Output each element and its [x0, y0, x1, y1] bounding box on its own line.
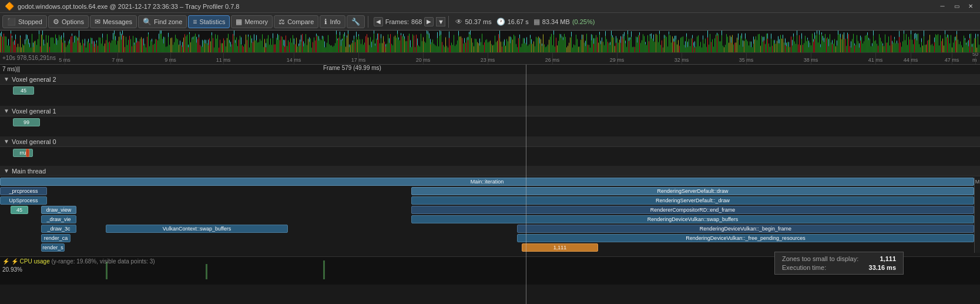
lightning-icon: ⚡ [2, 258, 9, 265]
voxel0-section: ▼ Voxel general 0 rru [0, 136, 980, 159]
m-label: M [975, 179, 980, 185]
info-label: Info [330, 18, 340, 25]
minimize-button[interactable]: ─ [938, 2, 947, 11]
collapse-icon: ▼ [4, 138, 9, 145]
tooltip-exec-row: Execution time: 33.16 ms [782, 264, 896, 271]
memory-pct: (0.25%) [572, 18, 595, 25]
zone-45[interactable]: 45 [11, 206, 28, 214]
stopped-button[interactable]: ⬛ Stopped [2, 15, 47, 28]
memory-value: 83.34 MB [542, 18, 570, 25]
tooltip-exec-value: 33.16 ms [869, 264, 896, 271]
close-button[interactable]: ✕ [966, 2, 975, 11]
voxel1-section: ▼ Voxel general 1 99 [0, 106, 980, 128]
statistics-button[interactable]: ≡ Statistics [188, 15, 230, 28]
cpu-range-text: (y-range: 19.68%, visible data points: 3… [51, 258, 155, 265]
main-thread-label: Main thread [12, 168, 46, 175]
messages-label: Messages [103, 18, 132, 25]
prev-frame-button[interactable]: ◀ [374, 17, 383, 26]
wrench-button[interactable]: 🔧 [347, 15, 365, 28]
options-icon: ⚙ [53, 18, 59, 26]
cpu-label-text: ⚡ CPU usage [11, 258, 50, 265]
memory-stat-icon: ▦ [533, 18, 540, 26]
frame-label: Frame 579 (49.99 ms) [323, 65, 381, 71]
zone-rdvulkan-free[interactable]: RenderingDeviceVulkan::_free_pending_res… [517, 234, 974, 242]
tooltip-zones-value: 1,111 [880, 255, 896, 262]
time2-value: 16.67 s [508, 18, 529, 25]
memory-label: Memory [244, 18, 268, 25]
frames-dropdown-button[interactable]: ▼ [436, 17, 445, 26]
voxel1-label: Voxel general 1 [12, 108, 56, 115]
timeline-view[interactable]: 7 ms)|| Frame 579 (49.99 ms) ▼ Voxel gen… [0, 65, 980, 304]
voxel2-section: ▼ Voxel general 2 45 [0, 74, 980, 96]
options-button[interactable]: ⚙ Options [48, 15, 89, 28]
profiler-content: 7 ms)|| Frame 579 (49.99 ms) ▼ Voxel gen… [0, 65, 980, 304]
info-button[interactable]: ℹ Info [320, 15, 345, 28]
compare-button[interactable]: ⚖ Compare [274, 15, 318, 28]
zone-rendering-draw[interactable]: RenderingServerDefault::draw [411, 187, 974, 195]
zone-1111[interactable]: 1,111 [522, 243, 598, 252]
zone-compositor[interactable]: RendererCompositorRD::end_frame [411, 206, 974, 214]
voxel0-rows: rru [0, 147, 980, 159]
time1-value: 50.37 ms [465, 18, 491, 25]
zone-main-iteration[interactable]: Main::iteration [0, 178, 974, 186]
voxel2-header[interactable]: ▼ Voxel general 2 [0, 74, 980, 85]
tooltip-zones-row: Zones too small to display: 1,111 [782, 255, 896, 262]
zone-prcprocess[interactable]: _prcprocess [0, 187, 47, 195]
tooltip-exec-label: Execution time: [782, 264, 826, 271]
svg-rect-1 [206, 264, 207, 279]
compare-label: Compare [287, 18, 314, 25]
zone-draw-view[interactable]: draw_view [41, 206, 76, 214]
right-scrollbar[interactable]: M [974, 178, 980, 253]
messages-icon: ✉ [95, 18, 100, 26]
zone-rendering-draw2[interactable]: RenderingServerDefault::_draw [411, 196, 974, 205]
svg-rect-2 [323, 260, 325, 279]
maximize-button[interactable]: ▭ [952, 2, 961, 11]
compare-icon: ⚖ [278, 18, 285, 26]
memory-button[interactable]: ▦ Memory [231, 15, 273, 28]
window-controls: ─ ▭ ✕ [938, 2, 975, 11]
separator1 [368, 16, 368, 28]
frames-section: ◀ Frames: 868 ▶ ▼ [374, 17, 446, 26]
voxel0-red-bar[interactable] [26, 149, 29, 157]
cpu-usage-label: ⚡ ⚡ CPU usage (y-range: 19.68%, visible … [2, 258, 155, 265]
frames-label: Frames: [385, 18, 409, 25]
frame-overview[interactable] [0, 31, 980, 53]
zone-render-ca[interactable]: render_ca [41, 234, 71, 242]
voxel2-bar[interactable]: 45 [13, 86, 34, 95]
clock-stat: 🕐 16.67 s [496, 18, 529, 26]
stopped-label: Stopped [18, 18, 42, 25]
title-bar: 🔶 godot.windows.opt.tools.64.exe @ 2021-… [0, 0, 980, 13]
voxel2-rows: 45 [0, 85, 980, 96]
collapse-icon: ▼ [4, 108, 9, 114]
voxel0-bar[interactable]: rru [13, 149, 33, 157]
zone-render-s[interactable]: render_s [41, 243, 65, 252]
voxel0-header[interactable]: ▼ Voxel general 0 [0, 136, 980, 147]
time-ruler: +10s 978,516,291ns 5 ms7 ms9 ms11 ms14 m… [0, 53, 980, 65]
eye-stat: 👁 50.37 ms [455, 18, 491, 26]
voxel1-bar[interactable]: 99 [13, 118, 40, 126]
find-icon: 🔍 [143, 18, 152, 26]
zone-rdvulkan-begin[interactable]: RenderingDeviceVulkan::_begin_frame [517, 225, 974, 233]
voxel1-rows: 99 [0, 116, 980, 128]
time-offset-display: 7 ms)|| [2, 66, 20, 72]
main-thread-zones[interactable]: Main::iteration _prcprocess RenderingSer… [0, 176, 980, 253]
clock-icon: 🕐 [496, 18, 505, 26]
zone-draw-3d[interactable]: _draw_3c [41, 225, 76, 233]
zone-upsprocess[interactable]: UpSprocess [0, 196, 47, 205]
zone-draw-view2[interactable]: _draw_vie [41, 215, 76, 223]
voxel0-label: Voxel general 0 [12, 138, 56, 145]
zone-rdvulkan-swap[interactable]: RenderingDeviceVulkan::swap_buffers [411, 215, 974, 223]
stop-icon: ⬛ [7, 18, 16, 26]
voxel1-header[interactable]: ▼ Voxel general 1 [0, 106, 980, 116]
info-icon: ℹ [324, 18, 327, 26]
main-thread-header[interactable]: ▼ Main thread [0, 166, 980, 176]
memory-stat: ▦ 83.34 MB (0.25%) [533, 18, 595, 26]
find-zone-button[interactable]: 🔍 Find zone [138, 15, 187, 28]
memory-icon: ▦ [236, 18, 242, 26]
next-frame-button[interactable]: ▶ [424, 17, 434, 26]
zone-vulkan-swap[interactable]: VulkanContext::swap_buffers [106, 225, 288, 233]
main-thread-section: ▼ Main thread Main::iteration _prcproces… [0, 166, 980, 253]
messages-button[interactable]: ✉ Messages [90, 15, 137, 28]
collapse-icon: ▼ [4, 168, 9, 174]
app-icon: 🔶 [5, 2, 14, 11]
